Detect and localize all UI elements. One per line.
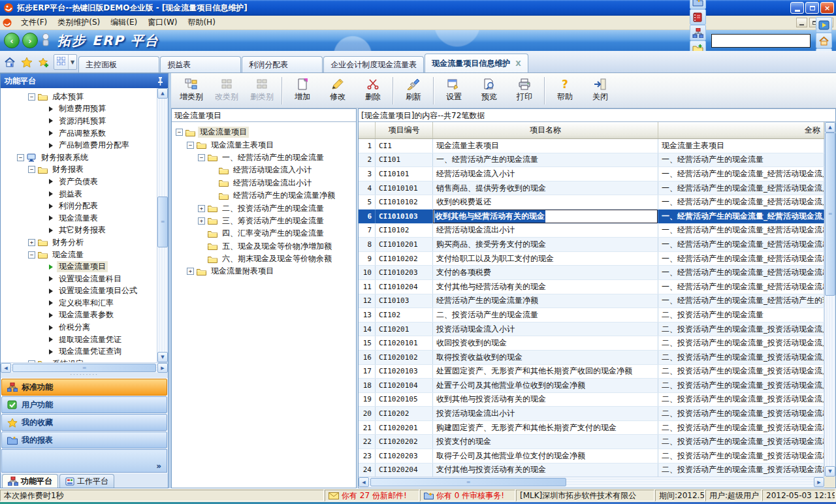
tree-item[interactable]: +现金流量附表项目 [174, 265, 355, 277]
table-vertical-scrollbar[interactable]: ▲ ≡ ▼ [824, 122, 835, 477]
item-name-cell[interactable]: 取得子公司及其他营业单位支付的现金净额 [433, 449, 658, 463]
tree-item[interactable]: 定义税率和汇率 [1, 297, 156, 309]
expander-icon[interactable]: − [187, 142, 194, 149]
restore-button[interactable] [805, 2, 819, 14]
table-row[interactable]: 5CI1010102收到的税费返还一、经营活动产生的现金流量_经营活动现金流入小… [359, 195, 824, 210]
tree-item[interactable]: 制造费用预算 [1, 103, 156, 116]
view-tab[interactable]: 主控面板 [78, 56, 159, 72]
home-button[interactable] [2, 54, 18, 70]
expander-icon[interactable]: − [28, 93, 35, 101]
tree-item[interactable]: 设置现金流量科目 [1, 273, 156, 285]
tree-item[interactable]: 资源消耗预算 [1, 115, 156, 127]
toolbar-button-设置[interactable]: 设置 [436, 75, 472, 106]
item-name-cell[interactable]: 支付给职工以及为职工支付的现金 [433, 252, 658, 266]
table-row[interactable]: 13CI102二、投资活动产生的现金流量二、投资活动产生的现金流量 [359, 308, 824, 323]
tree-item[interactable]: −现金流量主表项目 [174, 138, 355, 151]
item-name-cell[interactable]: 购建固定资产、无形资产和其他长期资产支付的现金 [433, 421, 658, 435]
item-name-cell[interactable]: 处置固定资产、无形资产和其他长期资产收回的现金净额 [433, 365, 658, 379]
scroll-right-icon[interactable]: ▶ [814, 477, 824, 487]
scroll-left-icon[interactable]: ◀ [359, 477, 369, 487]
view-tab[interactable]: 现金流量项目信息维护X [425, 54, 528, 72]
item-name-cell[interactable]: 二、投资活动产生的现金流量 [433, 308, 658, 322]
tree-item[interactable]: −成本预算 [1, 91, 156, 103]
tree-item[interactable]: +二、投资活动产生的现金流量 [174, 202, 355, 214]
address-book-button[interactable] [690, 9, 706, 25]
scroll-left-icon[interactable]: ◀ [1, 363, 11, 373]
item-name-cell[interactable]: 一、经营活动产生的现金流量 [433, 153, 658, 167]
accordion-用户功能[interactable]: 用户功能 [1, 396, 167, 413]
accordion-标准功能[interactable]: 标准功能 [1, 379, 167, 396]
tree-item[interactable]: −财务报表系统 [1, 151, 156, 164]
tree-item[interactable]: +财务分析 [1, 236, 156, 249]
add-favorite-button[interactable] [36, 54, 52, 70]
home-exit-button[interactable] [816, 33, 832, 48]
menu-item[interactable]: 帮助(H) [182, 16, 220, 28]
item-name-cell[interactable]: 收到其他与经营活动有关的现金 [433, 210, 658, 223]
toolbar-button-刷新[interactable]: 刷新 [396, 75, 431, 106]
menu-item[interactable]: 窗口(W) [142, 16, 182, 28]
table-row[interactable]: 19CI1020105收到其他与投资活动有关的现金二、投资活动产生的现金流量_投… [359, 393, 824, 407]
accordion-我的报表[interactable]: 我的报表 [1, 432, 167, 449]
scroll-up-icon[interactable]: ▲ [825, 122, 835, 133]
table-row[interactable]: 16CI1020102取得投资收益收到的现金二、投资活动产生的现金流量_投资活动… [359, 351, 824, 365]
tree-item[interactable]: 现金流量项目 [1, 260, 156, 273]
minimize-button[interactable] [790, 2, 804, 14]
table-row[interactable]: 2CI101一、经营活动产生的现金流量一、经营活动产生的现金流量 [359, 153, 824, 168]
item-name-cell[interactable]: 投资活动现金流出小计 [433, 407, 658, 420]
item-name-cell[interactable]: 支付的各项税费 [433, 266, 658, 279]
expander-icon[interactable]: − [28, 360, 35, 362]
toolbar-button-预览[interactable]: 预览 [472, 75, 507, 106]
scroll-right-icon[interactable]: ▶ [157, 363, 168, 373]
scroll-down-icon[interactable]: ▼ [157, 352, 168, 362]
table-row[interactable]: 3CI10101经营活动现金流入小计一、经营活动产生的现金流量_经营活动现金流入… [359, 167, 824, 181]
back-button[interactable]: ‹ [4, 33, 20, 48]
tree-item[interactable]: 五、现金及现金等价物净增加额 [174, 240, 355, 253]
expander-icon[interactable]: + [198, 205, 205, 212]
tree-item[interactable]: 六、期末现金及现金等价物余额 [174, 253, 355, 265]
item-name-cell[interactable]: 支付其他与投资活动有关的现金 [433, 464, 658, 477]
toolbar-button-增类别[interactable]: 增类别 [174, 75, 209, 106]
sidebar-tab-工作平台[interactable]: 工作平台 [59, 474, 114, 488]
expander-icon[interactable]: − [28, 166, 35, 173]
expander-icon[interactable]: + [187, 268, 194, 275]
accordion-我的收藏[interactable]: 我的收藏 [1, 414, 167, 431]
tree-item[interactable]: 四、汇率变动产生的现金流量 [174, 227, 355, 240]
table-row[interactable]: 11CI1010204支付其他与经营活动有关的现金一、经营活动产生的现金流量_经… [359, 280, 824, 294]
table-row[interactable]: 21CI1020201购建固定资产、无形资产和其他长期资产支付的现金二、投资活动… [359, 421, 824, 435]
tree-item[interactable]: −一、经营活动产生的现金流量 [174, 151, 355, 164]
table-row[interactable]: 7CI10102经营活动现金流出小计一、经营活动产生的现金流量_经营活动现金流出… [359, 224, 824, 238]
scroll-thumb[interactable]: ≡ [157, 197, 168, 247]
item-name-cell[interactable]: 现金流量主表项目 [433, 139, 658, 153]
table-row[interactable]: 14CI10201投资活动现金流入小计二、投资活动产生的现金流量_投资活动现金流… [359, 323, 824, 337]
item-name-cell[interactable]: 投资支付的现金 [433, 435, 658, 449]
toolbar-button-打印[interactable]: 打印 [507, 75, 542, 106]
tree-item[interactable]: 经营活动现金流出小计 [174, 177, 355, 189]
tree-item[interactable]: 产品调整系数 [1, 127, 156, 140]
expander-icon[interactable]: + [198, 217, 205, 225]
sitemap-button[interactable] [690, 25, 706, 40]
expander-icon[interactable]: − [28, 251, 35, 259]
more-panels-chevron[interactable]: » [156, 462, 161, 471]
tree-item[interactable]: 现金流量表 [1, 212, 156, 225]
toolbar-button-增加[interactable]: 增加 [285, 75, 320, 106]
close-button[interactable]: × [820, 2, 834, 14]
tree-item[interactable]: +三、筹资活动产生的现金流量 [174, 215, 355, 227]
toolbar-button-关闭[interactable]: 关闭 [583, 75, 618, 106]
column-header[interactable]: 全称 [658, 122, 824, 138]
item-name-cell[interactable]: 处置子公司及其他营业单位收到的现金净额 [433, 379, 658, 392]
sidebar-tab-功能平台[interactable]: 功能平台 [2, 474, 58, 488]
table-row[interactable]: 8CI1010201购买商品、接受劳务支付的现金一、经营活动产生的现金流量_经营… [359, 238, 824, 252]
tree-item[interactable]: 产品制造费用分配率 [1, 139, 156, 151]
tree-item[interactable]: 现金流量表参数 [1, 309, 156, 322]
menu-item[interactable]: 编辑(E) [105, 16, 142, 28]
toolbar-button-删类别[interactable]: 删类别 [244, 75, 280, 106]
table-row[interactable]: 12CI10103经营活动产生的现金流量净额一、经营活动产生的现金流量_经营活动… [359, 294, 824, 309]
sidebar-vertical-scrollbar[interactable]: ▲ ≡ ▼ [157, 88, 168, 362]
table-row[interactable]: 15CI1020101收回投资收到的现金二、投资活动产生的现金流量_投资活动现金… [359, 336, 824, 351]
table-row[interactable]: 22CI1020202投资支付的现金二、投资活动产生的现金流量_投资活动现金流出… [359, 435, 824, 449]
run-button[interactable] [816, 17, 832, 33]
expander-icon[interactable]: − [17, 154, 24, 161]
forward-button[interactable]: › [22, 33, 38, 48]
tree-item[interactable]: 提取现金流量凭证 [1, 334, 156, 346]
table-row[interactable]: 17CI1020103处置固定资产、无形资产和其他长期资产收回的现金净额二、投资… [359, 365, 824, 379]
